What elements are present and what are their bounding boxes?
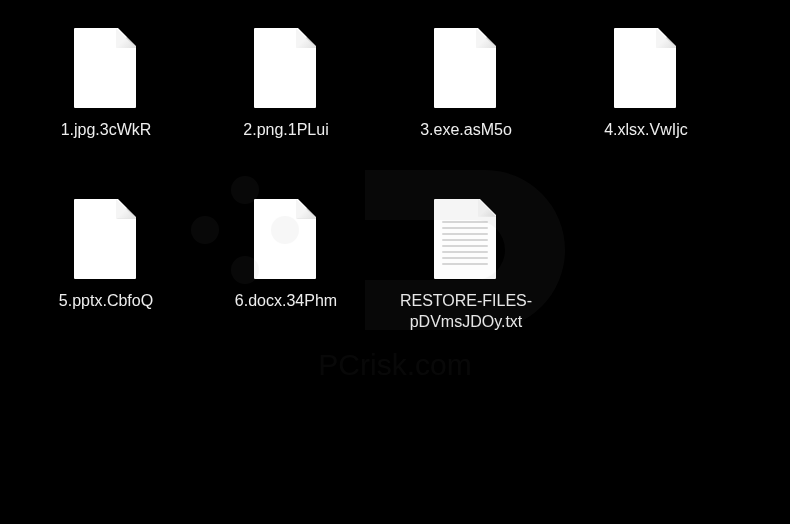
file-item[interactable]: 2.png.1PLui: [216, 28, 356, 141]
file-item[interactable]: 4.xlsx.VwIjc: [576, 28, 716, 141]
blank-file-icon: [74, 199, 138, 281]
file-label: 3.exe.asM5o: [420, 120, 512, 141]
blank-file-icon: [434, 28, 498, 110]
file-label: 5.pptx.CbfoQ: [59, 291, 153, 312]
file-label: 2.png.1PLui: [243, 120, 328, 141]
blank-file-icon: [254, 28, 318, 110]
file-item[interactable]: 1.jpg.3cWkR: [36, 28, 176, 141]
blank-file-icon: [254, 199, 318, 281]
file-item[interactable]: RESTORE-FILES-pDVmsJDOy.txt: [396, 199, 536, 333]
icon-row-2: 5.pptx.CbfoQ 6.docx.34Phm RESTORE-FILES-…: [36, 199, 754, 333]
blank-file-icon: [74, 28, 138, 110]
file-item[interactable]: 5.pptx.CbfoQ: [36, 199, 176, 333]
file-label: RESTORE-FILES-pDVmsJDOy.txt: [396, 291, 536, 333]
file-item[interactable]: 6.docx.34Phm: [216, 199, 356, 333]
text-file-icon: [434, 199, 498, 281]
icon-row-1: 1.jpg.3cWkR 2.png.1PLui 3.exe.asM5o 4.xl…: [36, 28, 754, 141]
blank-file-icon: [614, 28, 678, 110]
file-item[interactable]: 3.exe.asM5o: [396, 28, 536, 141]
desktop-area: 1.jpg.3cWkR 2.png.1PLui 3.exe.asM5o 4.xl…: [0, 0, 790, 524]
file-label: 6.docx.34Phm: [235, 291, 337, 312]
file-label: 4.xlsx.VwIjc: [604, 120, 688, 141]
file-label: 1.jpg.3cWkR: [61, 120, 152, 141]
